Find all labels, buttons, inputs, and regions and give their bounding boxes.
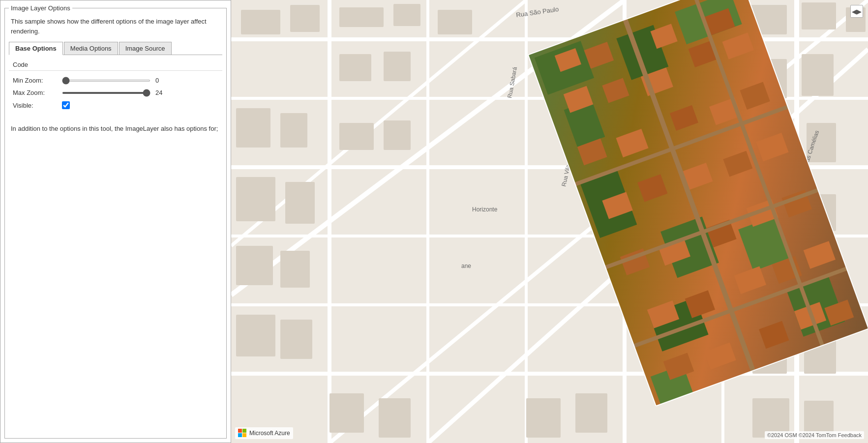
max-zoom-label: Max Zoom:: [13, 89, 62, 96]
svg-rect-48: [526, 398, 561, 438]
brand-text: Microsoft Azure: [249, 430, 290, 437]
visible-label: Visible:: [13, 102, 62, 109]
max-zoom-slider[interactable]: [62, 92, 150, 94]
tab-media-options[interactable]: Media Options: [64, 42, 118, 55]
svg-rect-26: [236, 108, 270, 148]
svg-rect-109: [242, 433, 246, 437]
min-zoom-slider-container: 0: [62, 77, 218, 84]
svg-rect-24: [802, 2, 836, 30]
svg-rect-30: [236, 246, 273, 285]
svg-rect-33: [280, 320, 312, 359]
svg-rect-108: [238, 433, 242, 437]
svg-rect-21: [393, 4, 420, 26]
panel-fieldset: Image Layer Options This sample shows ho…: [4, 4, 227, 439]
svg-rect-32: [236, 315, 275, 356]
svg-rect-18: [241, 10, 280, 34]
map-area[interactable]: Rua São Paulo Rua Sabará Avenida Belo Ho…: [231, 0, 868, 443]
visible-checkbox[interactable]: [62, 101, 70, 109]
svg-rect-22: [438, 10, 472, 34]
svg-rect-50: [339, 54, 371, 81]
left-panel: Image Layer Options This sample shows ho…: [0, 0, 231, 443]
max-zoom-slider-container: 24: [62, 89, 218, 96]
map-svg: Rua São Paulo Rua Sabará Avenida Belo Ho…: [231, 0, 868, 443]
svg-rect-52: [339, 123, 374, 150]
max-zoom-value: 24: [155, 89, 165, 96]
tab-base-options[interactable]: Base Options: [9, 42, 63, 55]
svg-rect-53: [384, 120, 411, 150]
max-zoom-row: Max Zoom: 24: [13, 89, 218, 96]
map-attribution: ©2024 OSM ©2024 TomTom Feedback: [765, 431, 864, 439]
options-form: Min Zoom: 0 Max Zoom: 24 Visible:: [9, 75, 222, 116]
nav-toggle-button[interactable]: ◀ ▶: [850, 5, 863, 18]
code-sublabel: Code: [9, 59, 222, 71]
min-zoom-row: Min Zoom: 0: [13, 77, 218, 84]
svg-rect-27: [280, 113, 307, 148]
min-zoom-label: Min Zoom:: [13, 77, 62, 84]
svg-rect-49: [575, 393, 607, 433]
svg-rect-29: [285, 182, 315, 224]
min-zoom-value: 0: [155, 77, 165, 84]
tab-image-source[interactable]: Image Source: [119, 42, 172, 55]
svg-rect-46: [329, 393, 364, 433]
svg-rect-47: [379, 398, 411, 438]
svg-rect-31: [280, 251, 310, 288]
svg-rect-35: [802, 54, 834, 96]
svg-rect-106: [238, 429, 242, 433]
min-zoom-slider[interactable]: [62, 80, 150, 82]
panel-description: This sample shows how the different opti…: [11, 17, 220, 36]
street-label-horizonte: Horizonte: [472, 206, 498, 213]
tabs-bar: Base Options Media Options Image Source: [9, 42, 222, 55]
svg-rect-28: [236, 177, 275, 221]
svg-rect-19: [290, 5, 320, 32]
street-label-ane: ane: [461, 263, 471, 269]
svg-rect-107: [242, 429, 246, 433]
ms-logo-icon: [238, 429, 247, 438]
svg-rect-51: [384, 52, 411, 81]
visible-row: Visible:: [13, 101, 218, 109]
nav-arrow-icon: ◀: [852, 8, 857, 15]
microsoft-azure-brand: Microsoft Azure: [235, 427, 293, 439]
svg-rect-20: [339, 7, 384, 27]
panel-legend: Image Layer Options: [9, 4, 72, 12]
nav-expand-icon: ▶: [857, 8, 862, 15]
additional-text: In addition to the options in this tool,…: [11, 124, 220, 134]
